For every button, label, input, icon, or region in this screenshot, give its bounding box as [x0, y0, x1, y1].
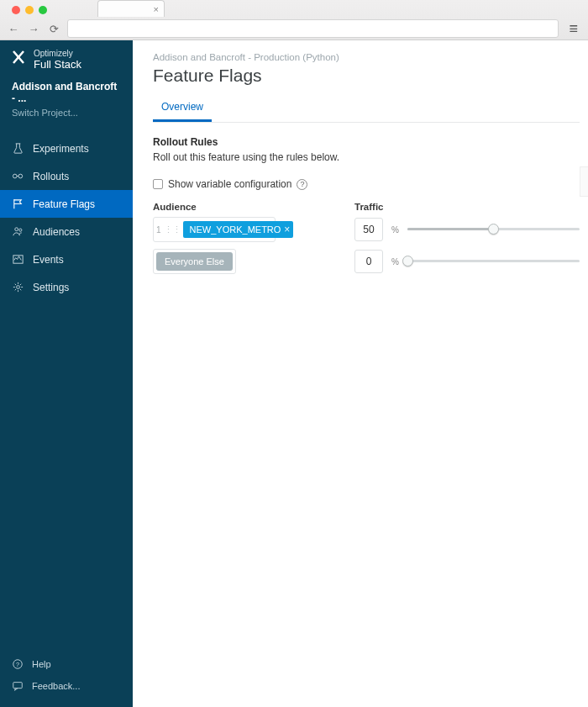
help-link[interactable]: ? Help [12, 653, 121, 675]
nav-events[interactable]: Events [0, 245, 133, 273]
traffic-row: % [354, 249, 580, 274]
nav-rollouts[interactable]: Rollouts [0, 162, 133, 190]
config-toggle-row: Show variable configuration ? [153, 178, 580, 190]
browser-tab[interactable]: × [97, 0, 165, 17]
svg-point-6 [17, 286, 20, 289]
percent-label: % [391, 225, 399, 235]
switch-project-link[interactable]: Switch Project... [12, 108, 121, 118]
rollout-heading: Rollout Rules [153, 136, 580, 148]
main-content: Addison and Bancroft - Production (Pytho… [133, 40, 588, 707]
svg-point-4 [19, 229, 22, 231]
nav-item-label: Feature Flags [33, 198, 95, 210]
remove-chip-icon[interactable]: × [284, 224, 290, 235]
brand-line1: Optimizely [34, 49, 81, 58]
nav-settings[interactable]: Settings [0, 273, 133, 301]
nav-feature-flags[interactable]: Feature Flags [0, 190, 133, 218]
footer-label: Help [32, 659, 51, 669]
side-panel-stub [580, 166, 588, 197]
drag-handle-icon[interactable]: ⋮⋮ [161, 224, 183, 235]
forward-icon[interactable]: → [27, 23, 40, 35]
footer-label: Feedback... [32, 681, 80, 691]
everyone-else-chip: Everyone Else [156, 252, 233, 271]
flag-icon [12, 198, 24, 210]
audience-rule-row: Everyone Else [153, 249, 314, 274]
project-name: Addison and Bancroft - ... [12, 81, 121, 104]
events-icon [12, 253, 24, 266]
svg-rect-9 [13, 683, 23, 689]
svg-text:?: ? [16, 662, 19, 667]
url-input[interactable] [67, 19, 559, 38]
page-title: Feature Flags [153, 66, 580, 86]
close-tab-icon[interactable]: × [154, 4, 159, 14]
rollouts-icon [12, 170, 24, 182]
nav-audiences[interactable]: Audiences [0, 218, 133, 245]
breadcrumb: Addison and Bancroft - Production (Pytho… [153, 52, 580, 62]
hamburger-menu-icon[interactable]: ≡ [565, 20, 581, 38]
reload-icon[interactable]: ⟳ [47, 23, 60, 35]
traffic-slider[interactable] [407, 224, 580, 235]
audience-chip[interactable]: NEW_YORK_METRO × [183, 221, 294, 238]
nav-item-label: Experiments [33, 143, 89, 155]
tab-overview[interactable]: Overview [153, 96, 212, 122]
audience-chip-label: NEW_YORK_METRO [190, 224, 281, 235]
feedback-link[interactable]: Feedback... [12, 675, 121, 697]
optimizely-logo-icon [10, 49, 27, 66]
audiences-icon [12, 225, 24, 238]
window-controls [7, 3, 47, 14]
nav-list: Experiments Rollouts Feature Flags Audie… [0, 135, 133, 645]
svg-point-3 [15, 228, 18, 231]
sidebar-footer: ? Help Feedback... [0, 645, 133, 707]
svg-point-1 [13, 174, 17, 178]
rollout-desc: Roll out this feature using the rules be… [153, 151, 580, 163]
nav-item-label: Rollouts [33, 171, 69, 182]
brand-logo: Optimizely Full Stack [0, 40, 133, 76]
nav-item-label: Settings [33, 282, 69, 293]
audience-rule-row: 1 ⋮⋮ NEW_YORK_METRO × [153, 217, 314, 242]
traffic-input[interactable] [354, 218, 383, 241]
traffic-row: % [354, 217, 580, 242]
brand-line2: Full Stack [34, 58, 81, 71]
traffic-col-label: Traffic [354, 202, 580, 212]
gear-icon [12, 281, 24, 293]
show-config-label: Show variable configuration [168, 178, 291, 190]
browser-chrome: × ← → ⟳ ≡ [0, 0, 588, 40]
help-icon: ? [12, 658, 24, 670]
tabs: Overview [153, 96, 580, 123]
nav-item-label: Events [33, 254, 64, 266]
close-window-icon[interactable] [12, 6, 20, 14]
traffic-input[interactable] [354, 250, 383, 273]
help-tooltip-icon[interactable]: ? [297, 179, 307, 190]
audience-col-label: Audience [153, 202, 314, 212]
nav-item-label: Audiences [33, 226, 80, 238]
traffic-slider[interactable] [407, 256, 580, 267]
else-rule-box: Everyone Else [153, 249, 236, 274]
maximize-window-icon[interactable] [39, 6, 47, 14]
show-config-checkbox[interactable] [153, 179, 163, 189]
minimize-window-icon[interactable] [25, 6, 34, 14]
svg-point-2 [18, 174, 23, 178]
audience-rule-box[interactable]: 1 ⋮⋮ NEW_YORK_METRO × [153, 217, 276, 242]
percent-label: % [391, 257, 399, 266]
feedback-icon [12, 680, 24, 692]
sidebar: Optimizely Full Stack Addison and Bancro… [0, 40, 133, 707]
nav-experiments[interactable]: Experiments [0, 135, 133, 162]
svg-point-0 [17, 55, 20, 59]
project-block: Addison and Bancroft - ... Switch Projec… [0, 76, 133, 126]
beaker-icon [12, 142, 24, 155]
back-icon[interactable]: ← [7, 23, 20, 35]
